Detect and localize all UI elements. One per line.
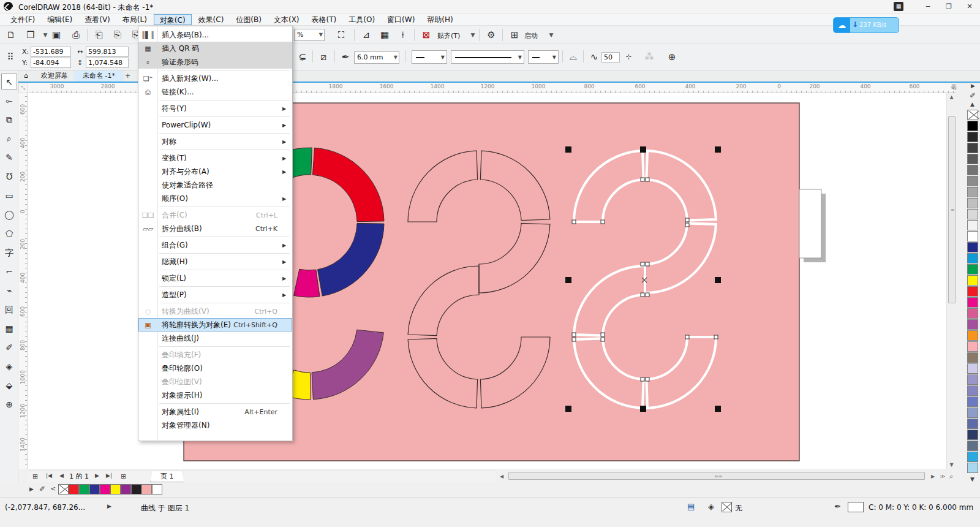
ruler-origin-box[interactable]: ⤡ xyxy=(18,83,28,93)
menu-item-34[interactable]: 叠印轮廓(O) xyxy=(138,362,292,375)
menu-item-9[interactable]: PowerClip(W)▶ xyxy=(138,118,292,132)
menu-item-5[interactable]: ⎙链接(K)... xyxy=(138,85,292,99)
curve-node[interactable] xyxy=(641,262,644,266)
curve-node[interactable] xyxy=(685,335,689,339)
curve-node[interactable] xyxy=(572,333,576,336)
scroll-more-icon[interactable]: ≫ xyxy=(938,474,947,479)
selection-handle[interactable] xyxy=(715,146,721,153)
doc-swatch-6[interactable] xyxy=(121,484,131,495)
scroll-up-icon[interactable]: ▲ xyxy=(947,94,956,100)
palette-swatch-2[interactable] xyxy=(967,132,978,142)
palette-scroll-down-icon[interactable]: ▼ xyxy=(970,476,974,482)
menubar-item-10[interactable]: 窗口(W) xyxy=(382,14,420,25)
document-tab-0[interactable]: 欢迎屏幕 xyxy=(32,70,77,82)
menu-item-4[interactable]: ❏⁺插入新对象(W)... xyxy=(138,72,292,85)
outline-width-combo[interactable]: 6.0 mm▼ xyxy=(354,51,399,64)
palette-swatch-23[interactable] xyxy=(967,363,978,374)
contour-tool[interactable]: 回 xyxy=(1,301,17,317)
curve-node[interactable] xyxy=(685,218,689,222)
menu-item-2[interactable]: ⌕验证条形码 xyxy=(138,55,292,69)
curve-node[interactable] xyxy=(646,377,649,381)
menubar-item-7[interactable]: 文本(X) xyxy=(268,14,305,25)
palette-swatch-6[interactable] xyxy=(967,176,978,186)
add-tool-button[interactable]: ⊕ xyxy=(1,396,17,412)
eyedropper-tool[interactable]: ✐ xyxy=(1,339,17,355)
coords-flyout-icon[interactable]: ▶ xyxy=(107,503,111,509)
curve-node[interactable] xyxy=(641,293,644,297)
palette-swatch-26[interactable] xyxy=(967,396,978,407)
menu-item-11[interactable]: 对称▶ xyxy=(138,135,292,148)
object-width-field[interactable]: 599.813 mm xyxy=(86,47,129,57)
object-height-field[interactable]: 1,074.548 m xyxy=(86,58,129,68)
doc-swatch-7[interactable] xyxy=(131,484,141,495)
palette-swatch-24[interactable] xyxy=(967,374,978,385)
menu-item-30[interactable]: ▣将轮廓转换为对象(E)Ctrl+Shift+Q xyxy=(138,318,292,332)
doc-swatch-5[interactable] xyxy=(110,484,121,495)
selection-handle[interactable] xyxy=(640,406,646,412)
add-page-icon-right[interactable]: ⊞ xyxy=(121,472,126,480)
zoom-tool[interactable]: ⌕ xyxy=(1,131,17,146)
scroll-left-icon[interactable]: ◀ xyxy=(497,474,506,479)
save-icon[interactable]: ▣ xyxy=(49,28,64,42)
snap-dropdown-icon[interactable]: ▼ xyxy=(466,28,480,42)
artistic-media-tool[interactable]: ℧ xyxy=(1,169,17,184)
palette-swatch-13[interactable] xyxy=(967,253,978,264)
curve-node[interactable] xyxy=(646,262,649,266)
palette-swatch-8[interactable] xyxy=(967,198,978,208)
palette-swatch-19[interactable] xyxy=(967,319,978,330)
palette-swatch-20[interactable] xyxy=(967,330,978,341)
menu-item-19[interactable]: ▱▱拆分曲线(B)Ctrl+K xyxy=(138,222,292,235)
copy-icon[interactable]: ⎘ xyxy=(110,28,125,42)
menubar-item-6[interactable]: 位图(B) xyxy=(230,14,267,25)
maximize-button[interactable]: ❐ xyxy=(938,0,959,13)
line-style-dropdown[interactable]: ▼ xyxy=(451,50,524,64)
palette-swatch-10[interactable] xyxy=(967,220,978,230)
palette-swatch-12[interactable] xyxy=(967,242,978,252)
selection-handle[interactable] xyxy=(565,277,571,283)
vertical-scrollbar[interactable]: ▲ ≡ ▼ xyxy=(946,93,956,469)
show-rulers-icon[interactable]: ⊿ xyxy=(359,28,374,42)
menubar-item-9[interactable]: 工具(O) xyxy=(343,14,380,25)
palette-swatch-11[interactable] xyxy=(967,231,978,241)
menubar-item-4[interactable]: 对象(C) xyxy=(154,14,192,25)
launch-dropdown-icon[interactable]: ▼ xyxy=(544,28,559,42)
curve-node[interactable] xyxy=(572,338,576,341)
selection-handle[interactable] xyxy=(565,406,571,412)
palette-swatch-31[interactable] xyxy=(967,452,978,462)
doc-swatch-9[interactable] xyxy=(152,484,162,495)
palette-swatch-9[interactable] xyxy=(967,209,978,219)
curve-node[interactable] xyxy=(714,335,718,339)
menu-item-38[interactable]: 对象属性(I)Alt+Enter xyxy=(138,405,292,419)
menubar-item-0[interactable]: 文件(F) xyxy=(5,14,40,25)
pick-tool[interactable]: ↖ xyxy=(1,74,17,89)
horizontal-scrollbar[interactable]: ◀ ≡≡ ▶ ≫ ⌕ xyxy=(496,471,956,481)
palette-swatch-4[interactable] xyxy=(967,154,978,164)
scroll-right-icon[interactable]: ▶ xyxy=(929,474,937,479)
pan-zoom-icon[interactable]: ⌕ xyxy=(947,472,956,480)
menu-item-14[interactable]: 对齐与分布(A)▶ xyxy=(138,165,292,178)
selection-handle[interactable] xyxy=(565,146,571,153)
palette-swatch-30[interactable] xyxy=(967,441,978,451)
last-page-icon[interactable]: ▶| xyxy=(106,472,112,479)
ellipse-tool[interactable]: ◯ xyxy=(1,207,17,222)
cut-icon[interactable]: ⎗ xyxy=(92,28,107,42)
menu-item-21[interactable]: 组合(G)▶ xyxy=(138,238,292,252)
palette-swatch-27[interactable] xyxy=(967,408,978,418)
polygon-tool[interactable]: ⬠ xyxy=(1,226,17,241)
doc-swatch-8[interactable] xyxy=(141,484,152,495)
menu-item-31[interactable]: 连接曲线(J) xyxy=(138,332,292,345)
doc-palette-flyout-icon[interactable]: ▶ xyxy=(29,486,34,492)
selection-handle[interactable] xyxy=(715,406,721,412)
doc-swatch-4[interactable] xyxy=(100,484,110,495)
titlebar-extra-icon[interactable]: ▦ xyxy=(894,2,903,11)
x-position-field[interactable]: -531.689 mm xyxy=(31,47,71,57)
menu-item-23[interactable]: 隐藏(H)▶ xyxy=(138,255,292,268)
cloud-download-badge[interactable]: ☁ ↓ 237 KB/s xyxy=(833,17,899,33)
start-arrowhead-dropdown[interactable]: ▼ xyxy=(412,50,447,64)
menubar-item-8[interactable]: 表格(T) xyxy=(306,14,342,25)
page-tab[interactable]: 页 1 xyxy=(150,471,184,482)
snap-label[interactable]: 贴齐(T) xyxy=(437,31,460,40)
dimension-tool[interactable]: ⌐ xyxy=(1,264,17,279)
home-tab-icon[interactable]: ⌂ xyxy=(20,70,32,82)
vertical-scroll-thumb[interactable]: ≡ xyxy=(948,116,956,303)
